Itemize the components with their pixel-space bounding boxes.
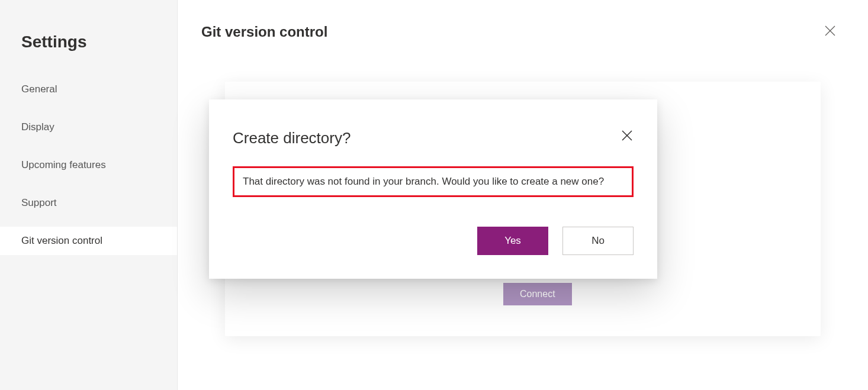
sidebar-item-display[interactable]: Display: [0, 113, 177, 141]
settings-title: Settings: [0, 33, 177, 75]
sidebar-item-label: Git version control: [21, 235, 102, 246]
yes-button[interactable]: Yes: [477, 227, 548, 255]
dialog-body-text: That directory was not found in your bra…: [243, 174, 623, 189]
page-title: Git version control: [201, 24, 327, 40]
close-icon: [621, 130, 633, 141]
dialog-header: Create directory?: [233, 129, 634, 147]
dialog-title: Create directory?: [233, 129, 351, 147]
close-panel-button[interactable]: [823, 24, 837, 38]
dialog-footer: Yes No: [233, 227, 634, 255]
sidebar-item-label: Upcoming features: [21, 159, 106, 170]
sidebar-item-upcoming-features[interactable]: Upcoming features: [0, 151, 177, 179]
sidebar-item-general[interactable]: General: [0, 75, 177, 104]
dialog-body-highlight: That directory was not found in your bra…: [233, 166, 634, 197]
sidebar-item-label: Support: [21, 197, 57, 208]
no-button[interactable]: No: [562, 227, 634, 255]
settings-sidebar: Settings General Display Upcoming featur…: [0, 0, 178, 390]
sidebar-item-label: Display: [21, 121, 54, 133]
create-directory-dialog: Create directory? That directory was not…: [209, 99, 657, 279]
close-icon: [825, 25, 835, 36]
sidebar-item-label: General: [21, 83, 57, 95]
sidebar-item-support[interactable]: Support: [0, 189, 177, 217]
connect-button[interactable]: Connect: [503, 283, 572, 305]
sidebar-item-git-version-control[interactable]: Git version control: [0, 227, 177, 255]
main-header: Git version control: [201, 24, 844, 40]
dialog-close-button[interactable]: [621, 129, 634, 142]
